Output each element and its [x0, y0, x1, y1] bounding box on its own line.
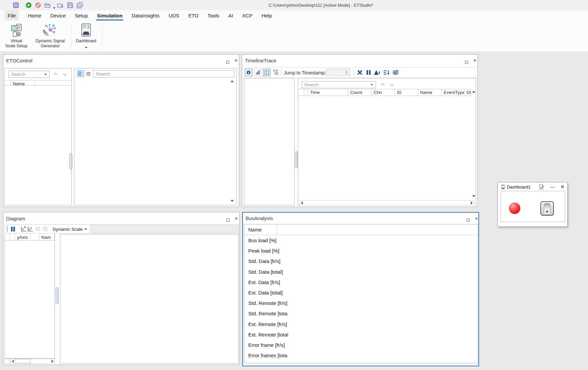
- diagram-scroll-right-icon[interactable]: [52, 360, 54, 363]
- dynamic-signal-generator-button[interactable]: Dynamic Signal Generator: [34, 22, 67, 49]
- busanalysis-row[interactable]: Ext. Data [fr/s]: [244, 277, 478, 287]
- etocontrol-splitter[interactable]: [69, 153, 72, 170]
- etocontrol-list-search-input[interactable]: Search: [93, 70, 234, 77]
- etocontrol-scroll-down-icon[interactable]: [231, 200, 234, 202]
- diagram-hscroll-thumb[interactable]: [15, 359, 30, 363]
- busanalysis-row[interactable]: Error frames [tota: [244, 350, 478, 361]
- timelinetrace-close-button[interactable]: ✕: [473, 59, 477, 62]
- trigger-icon[interactable]: [374, 69, 381, 77]
- etocontrol-search-prev-icon[interactable]: [54, 72, 58, 76]
- diagram-column-header[interactable]: [31, 234, 39, 240]
- fit-x-axis-icon[interactable]: [21, 226, 27, 233]
- timelinetrace-splitter[interactable]: [295, 151, 298, 168]
- timelinetrace-scroll-right-icon[interactable]: [471, 201, 473, 205]
- ribbon-label: Virtual: [4, 39, 29, 44]
- busanalysis-row[interactable]: Std. Remote [fr/s]: [244, 298, 478, 308]
- diagram-hscrollbar[interactable]: [10, 359, 55, 364]
- timelinetrace-search-prev-icon[interactable]: [381, 83, 385, 87]
- diagram-column-header[interactable]: Nam: [39, 234, 55, 240]
- diagram-restore-button[interactable]: [226, 217, 230, 223]
- jump-to-timestamp-input[interactable]: 0: [326, 69, 350, 76]
- timelinetrace-column-header[interactable]: Time: [308, 89, 348, 96]
- busanalysis-row[interactable]: Bus load [%]: [244, 235, 478, 246]
- diagram-splitter[interactable]: [56, 287, 59, 304]
- busanalysis-row[interactable]: Std. Remote [tota: [244, 308, 478, 319]
- etocontrol-search-combo[interactable]: Search: [8, 71, 50, 78]
- timelinetrace-column-header[interactable]: EventType: [442, 89, 464, 96]
- toggle-switch[interactable]: [540, 201, 554, 216]
- dashboard-button[interactable]: Dashboard: [74, 22, 98, 50]
- diagram-column-header[interactable]: yAxis: [15, 234, 31, 240]
- menu-item[interactable]: UDS: [169, 10, 179, 20]
- trace-view-button[interactable]: [245, 69, 252, 76]
- timelinetrace-hscrollbar[interactable]: [300, 200, 474, 205]
- busanalysis-row[interactable]: Std. Data [total]: [244, 267, 478, 277]
- etocontrol-close-button[interactable]: ✕: [234, 59, 238, 62]
- virtual-node-setup-button[interactable]: Virtual Node Setup: [4, 22, 29, 49]
- menu-item[interactable]: ETO: [188, 10, 199, 20]
- zoom-out-icon[interactable]: x: [35, 226, 41, 233]
- timelinetrace-column-header[interactable]: [304, 89, 308, 96]
- busanalysis-row[interactable]: Std. Data [fr/s]: [244, 256, 478, 266]
- menu-item[interactable]: Simulation: [97, 10, 123, 20]
- toggle-switch-knob[interactable]: [544, 203, 550, 214]
- led-indicator[interactable]: [509, 203, 520, 214]
- fit-y-axis-icon[interactable]: [27, 226, 34, 233]
- dashboard1-content: [501, 191, 565, 222]
- busanalysis-restore-button[interactable]: [467, 217, 470, 223]
- chart-view-button[interactable]: [254, 69, 261, 76]
- diagram-column-header[interactable]: [5, 234, 10, 240]
- dynamic-scale-caret[interactable]: [84, 228, 87, 230]
- busanalysis-row[interactable]: Error frame [fr/s]: [244, 340, 478, 350]
- timelinetrace-column-header[interactable]: [298, 89, 304, 96]
- diagram-close-button[interactable]: ✕: [235, 217, 238, 220]
- menu-item[interactable]: Help: [262, 10, 272, 20]
- filter-icon[interactable]: [272, 69, 279, 76]
- menu-item[interactable]: DataInsights: [132, 10, 159, 20]
- busanalysis-row[interactable]: Ext. Remote [total: [244, 329, 478, 340]
- minimize-icon[interactable]: —: [550, 184, 555, 190]
- menu-item[interactable]: AI: [228, 10, 233, 20]
- menu-item[interactable]: File: [5, 10, 19, 20]
- dashboard1-close-icon[interactable]: ✕: [560, 184, 565, 190]
- timelinetrace-search-next-icon[interactable]: [390, 83, 394, 87]
- timelinetrace-column-header[interactable]: DI: [464, 89, 471, 96]
- sort-icon[interactable]: [383, 69, 390, 77]
- timelinetrace-scroll-up-icon[interactable]: [472, 91, 475, 93]
- timelinetrace-column-header[interactable]: Count: [348, 89, 372, 96]
- dynamic-scale-label[interactable]: Dynamic Scale: [53, 227, 83, 232]
- timelinetrace-column-header[interactable]: Chn: [372, 89, 395, 96]
- timelinetrace-scroll-down-icon[interactable]: [472, 195, 475, 197]
- timelinetrace-column-header[interactable]: Name: [418, 89, 442, 96]
- etocontrol-listview-toggle[interactable]: [85, 71, 91, 77]
- menu-item[interactable]: XCP: [242, 10, 253, 20]
- timelinetrace-scroll-left-icon[interactable]: [301, 201, 303, 205]
- diagram-column-header[interactable]: [10, 234, 15, 240]
- busanalysis-row[interactable]: Ext. Remote [fr/s]: [244, 319, 478, 329]
- edit-icon[interactable]: [539, 184, 544, 191]
- clear-trace-icon[interactable]: [357, 69, 363, 77]
- zoom-in-icon[interactable]: x: [43, 226, 48, 233]
- timelinetrace-restore-button[interactable]: [465, 59, 468, 65]
- busanalysis-name-column[interactable]: Name: [244, 224, 277, 235]
- menu-item[interactable]: Device: [50, 10, 66, 20]
- busanalysis-row[interactable]: Ext. Data [total]: [244, 287, 478, 298]
- timelinetrace-search-combo[interactable]: Search: [302, 81, 376, 88]
- diagram-pause-icon[interactable]: [11, 226, 15, 233]
- menu-item[interactable]: Home: [28, 10, 41, 20]
- diagram-scroll-left-icon[interactable]: [12, 360, 14, 363]
- pause-trace-icon[interactable]: [366, 69, 371, 77]
- etocontrol-search-next-icon[interactable]: [63, 72, 67, 76]
- toolbar-grip[interactable]: [7, 226, 8, 232]
- menu-item[interactable]: Tools: [208, 10, 219, 20]
- etocontrol-name-column[interactable]: Name: [11, 81, 35, 85]
- busanalysis-close-button[interactable]: ✕: [475, 217, 478, 220]
- timelinetrace-column-header[interactable]: ID: [395, 89, 418, 96]
- busanalysis-row[interactable]: Peak load [%]: [244, 246, 478, 256]
- menu-item[interactable]: Setup: [75, 10, 88, 20]
- expand-rows-button[interactable]: [263, 69, 270, 76]
- etocontrol-restore-button[interactable]: [226, 59, 229, 65]
- settings-sliders-icon[interactable]: [392, 69, 399, 77]
- etocontrol-scroll-up-icon[interactable]: [231, 80, 234, 82]
- etocontrol-treeview-toggle[interactable]: [77, 70, 84, 77]
